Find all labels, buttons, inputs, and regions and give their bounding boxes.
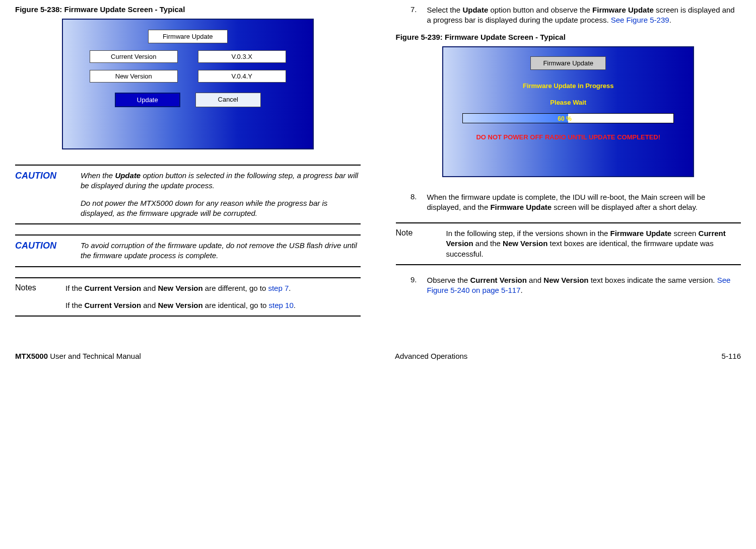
- warning-text: DO NOT POWER OFF RADIO UNTIL UPDATE COMP…: [476, 133, 660, 141]
- text: If the: [65, 301, 85, 309]
- text: .: [520, 286, 522, 294]
- footer-center: Advanced Operations: [395, 352, 467, 360]
- update-button[interactable]: Update: [115, 93, 180, 107]
- text: .: [669, 16, 671, 24]
- text: Select the: [427, 6, 463, 14]
- text: When the: [81, 171, 115, 180]
- product-name: MTX5000: [15, 352, 48, 360]
- current-version-bold: Current Version: [85, 284, 142, 292]
- notes-body: If the Current Version and New Version a…: [65, 283, 296, 311]
- firmware-update-screen-238: Firmware Update Current Version V.0.3.X …: [62, 19, 314, 149]
- footer-left: MTX5000 User and Technical Manual: [15, 352, 141, 360]
- manual-title: User and Technical Manual: [48, 352, 141, 360]
- update-word: Update: [115, 171, 141, 180]
- update-bold: Update: [462, 6, 488, 14]
- step-body: Observe the Current Version and New Vers…: [427, 275, 741, 296]
- note-block-right: Note In the following step, if the versi…: [396, 222, 741, 265]
- new-version-label: New Version: [90, 70, 178, 83]
- current-version-value: V.0.3.X: [198, 50, 286, 63]
- new-version-bold: New Version: [158, 284, 202, 292]
- notes-block: Notes If the Current Version and New Ver…: [15, 277, 361, 317]
- step-body: Select the Update option button and obse…: [427, 5, 741, 26]
- text: text boxes indicate the same version.: [589, 276, 717, 284]
- page-footer: MTX5000 User and Technical Manual Advanc…: [15, 352, 741, 360]
- step-9: 9. Observe the Current Version and New V…: [396, 275, 741, 296]
- text: and: [527, 276, 543, 284]
- caution-block-2: CAUTION To avoid corruption of the firmw…: [15, 234, 361, 267]
- text: are identical, go to: [203, 301, 269, 309]
- current-version-bold: Current Version: [85, 301, 142, 309]
- text: and: [141, 284, 158, 292]
- caution-label: CAUTION: [15, 171, 71, 218]
- text: and: [141, 301, 158, 309]
- new-version-value: V.0.4.Y: [198, 70, 286, 83]
- firmware-update-screen-239: Firmware Update Firmware Update in Progr…: [442, 46, 694, 177]
- text: are different, go to: [203, 284, 268, 292]
- caution-block-1: CAUTION When the Update option button is…: [15, 165, 361, 224]
- caution-body: To avoid corruption of the firmware upda…: [81, 241, 361, 261]
- caution-body: When the Update option button is selecte…: [81, 171, 361, 218]
- screen-title: Firmware Update: [148, 30, 228, 43]
- progress-line-2: Please Wait: [550, 99, 586, 106]
- text: .: [289, 284, 291, 292]
- step-7-link[interactable]: step 7: [268, 284, 289, 292]
- text: Observe the: [427, 276, 470, 284]
- progress-line-1: Firmware Update in Progress: [523, 82, 614, 90]
- new-version-bold: New Version: [543, 276, 588, 284]
- firmware-update-bold: Firmware Update: [592, 6, 654, 14]
- text: .: [294, 301, 296, 309]
- firmware-update-bold: Firmware Update: [490, 203, 552, 211]
- step-7: 7. Select the Update option button and o…: [396, 5, 741, 26]
- step-number: 7.: [396, 5, 417, 26]
- current-version-label: Current Version: [90, 50, 178, 63]
- step-8: 8. When the firmware update is complete,…: [396, 192, 741, 213]
- progress-bar: 60 %: [462, 113, 674, 123]
- screen-title: Firmware Update: [530, 56, 606, 70]
- caution-label: CAUTION: [15, 241, 71, 261]
- firmware-update-bold: Firmware Update: [610, 229, 672, 238]
- text: If the: [65, 284, 85, 292]
- text: In the following step, if the versions s…: [446, 229, 610, 238]
- cancel-button[interactable]: Cancel: [195, 93, 261, 107]
- step-number: 9.: [396, 275, 417, 296]
- new-version-bold: New Version: [503, 239, 547, 248]
- progress-percent: 60 %: [558, 115, 571, 122]
- step-number: 8.: [396, 192, 417, 213]
- text: screen: [671, 229, 698, 238]
- note-label: Note: [396, 228, 436, 259]
- notes-label: Notes: [15, 283, 55, 311]
- note-body: In the following step, if the versions s…: [446, 228, 741, 259]
- current-version-bold: Current Version: [470, 276, 527, 284]
- new-version-bold: New Version: [158, 301, 202, 309]
- footer-page-number: 5-116: [722, 352, 741, 360]
- step-body: When the firmware update is complete, th…: [427, 192, 741, 213]
- text: screen will be displayed after a short d…: [552, 203, 698, 211]
- text: option button and observe the: [488, 6, 592, 14]
- figure-238-caption: Figure 5-238: Firmware Update Screen - T…: [15, 5, 361, 14]
- progress-fill: [463, 114, 568, 123]
- text: and the: [473, 239, 503, 248]
- see-figure-239-link[interactable]: See Figure 5-239: [611, 16, 669, 24]
- caution-para-2: Do not power the MTX5000 down for any re…: [81, 198, 361, 219]
- step-10-link[interactable]: step 10: [269, 301, 294, 309]
- figure-239-caption: Figure 5-239: Firmware Update Screen - T…: [396, 33, 741, 41]
